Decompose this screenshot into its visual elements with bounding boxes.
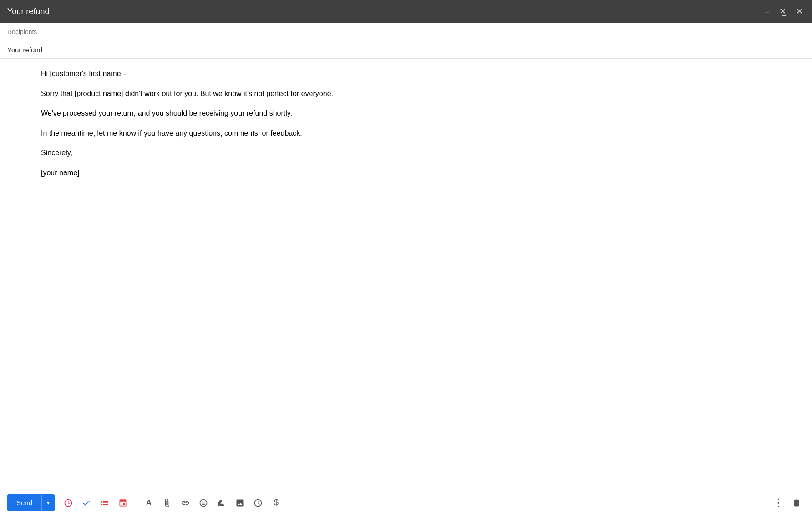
image-button[interactable] [232, 495, 248, 511]
send-button-group: Send ▼ [7, 494, 55, 511]
font-color-icon: A [146, 498, 152, 507]
attach-icon [162, 498, 172, 507]
calendar-icon [118, 498, 127, 507]
resize-button[interactable]: ✕̲ [777, 6, 788, 16]
close-button[interactable]: ✕ [794, 6, 805, 16]
snooze-button[interactable] [60, 495, 76, 511]
drive-button[interactable] [213, 495, 230, 511]
body-line-2: Sorry that [product name] didn't work ou… [41, 88, 771, 100]
snooze-icon [64, 498, 73, 507]
send-dropdown-icon: ▼ [46, 500, 51, 506]
tasks-icon [100, 498, 109, 507]
window-title: Your refund [7, 7, 49, 16]
calendar-button[interactable] [115, 495, 131, 511]
body-area[interactable]: Hi [customer's first name]– Sorry that [… [0, 59, 812, 488]
check-icon [82, 498, 91, 507]
recipients-row [0, 23, 812, 41]
body-line-1: Hi [customer's first name]– [41, 68, 771, 80]
drive-icon [217, 498, 226, 507]
send-dropdown-button[interactable]: ▼ [41, 495, 55, 511]
confidential-button[interactable] [250, 495, 266, 511]
title-bar: Your refund – ✕̲ ✕ [0, 0, 812, 23]
body-line-6: [your name] [41, 167, 771, 179]
link-icon [181, 498, 190, 507]
toolbar-divider-1 [136, 497, 136, 509]
attach-button[interactable] [159, 495, 175, 511]
toolbar-right: ⋮ [770, 495, 805, 511]
tasks-list-button[interactable] [96, 495, 113, 511]
subject-input[interactable] [7, 46, 805, 54]
link-button[interactable] [177, 495, 193, 511]
signature-button[interactable]: $ [268, 495, 284, 511]
more-options-icon: ⋮ [773, 497, 784, 509]
subject-row [0, 41, 812, 59]
send-button[interactable]: Send [7, 494, 41, 511]
task-check-button[interactable] [78, 495, 95, 511]
body-line-5: Sincerely, [41, 147, 771, 159]
body-line-3: We've processed your return, and you sho… [41, 107, 771, 119]
emoji-icon [199, 498, 208, 507]
image-icon [235, 498, 244, 507]
more-options-button[interactable]: ⋮ [770, 495, 787, 511]
delete-button[interactable] [788, 495, 805, 511]
font-color-button[interactable]: A [141, 495, 157, 511]
compose-window: Your refund – ✕̲ ✕ Hi [customer's first … [0, 0, 812, 517]
body-line-4: In the meantime, let me know if you have… [41, 127, 771, 139]
toolbar: Send ▼ [0, 488, 812, 517]
delete-icon [792, 498, 801, 507]
title-bar-controls: – ✕̲ ✕ [763, 6, 805, 16]
minimize-button[interactable]: – [763, 6, 771, 16]
recipients-input[interactable] [7, 28, 805, 35]
confidential-icon [254, 498, 263, 507]
signature-icon: $ [274, 498, 279, 507]
emoji-button[interactable] [195, 495, 212, 511]
